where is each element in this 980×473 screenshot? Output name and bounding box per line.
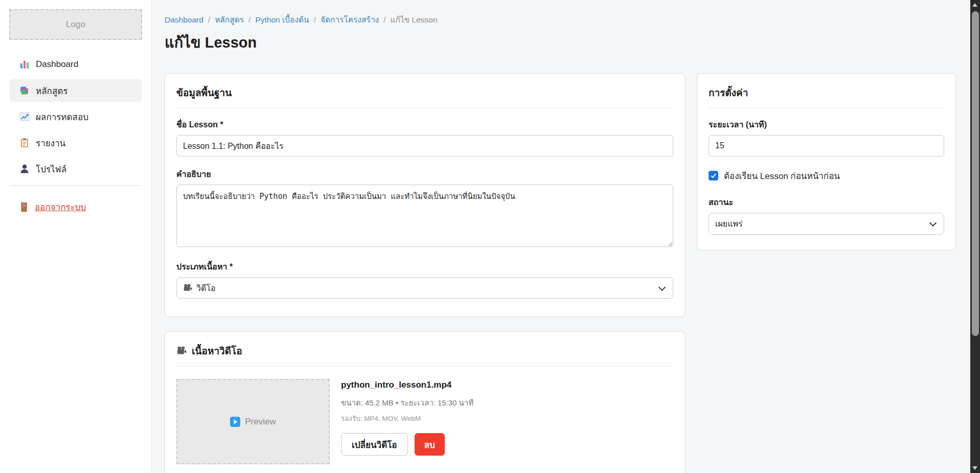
video-info: python_intro_lesson1.mp4 ขนาด: 45.2 MB •… [341,379,473,464]
logo: Logo [9,9,142,40]
sidebar-nav: Dashboard หลักสูตร ผลการทดสอบ รายงาน โปร… [0,53,151,180]
video-card-title: เนื้อหาวิดีโอ [192,343,242,358]
lesson-name-label: ชื่อ Lesson * [176,118,673,131]
breadcrumb-link-structure[interactable]: จัดการโครงสร้าง [321,13,379,26]
prerequisite-label: ต้องเรียน Lesson ก่อนหน้าก่อน [724,169,840,183]
chevron-down-icon [929,219,937,227]
basic-info-card: ข้อมูลพื้นฐาน ชื่อ Lesson * คำอธิบาย บทเ… [165,73,685,317]
clipboard-icon [19,138,30,148]
movie-camera-icon [176,346,187,356]
breadcrumb-link-courses[interactable]: หลักสูตร [215,13,244,26]
sidebar-item-label: รายงาน [36,136,65,150]
scrollbar-thumb[interactable] [972,11,979,336]
settings-title: การตั้งค่า [709,85,944,100]
video-row: Preview python_intro_lesson1.mp4 ขนาด: 4… [176,379,673,464]
play-icon [230,417,240,427]
description-textarea[interactable]: บทเรียนนี้จะอธิบายว่า Python คืออะไร ประ… [176,185,673,247]
sidebar-item-dashboard[interactable]: Dashboard [9,53,142,76]
checkbox-checked-icon[interactable] [709,171,718,181]
person-icon [19,164,30,174]
movie-camera-icon [183,283,192,292]
video-file-name: python_intro_lesson1.mp4 [341,380,473,390]
video-content-card: เนื้อหาวิดีโอ Preview python_intro_lesso… [165,331,685,473]
breadcrumb: Dashboard / หลักสูตร / Python เบื้องต้น … [165,13,438,26]
video-preview-placeholder[interactable]: Preview [176,379,330,464]
sidebar: Logo Dashboard หลักสูตร ผลการทดสอบ รายงา… [0,0,152,473]
sidebar-divider [10,185,141,186]
duration-input[interactable] [709,135,944,156]
chevron-down-icon [658,284,666,291]
video-supported-formats: รองรับ: MP4, MOV, WebM [341,413,473,424]
scrollbar-up-arrow-icon[interactable] [972,3,977,7]
page-title: แก้ไข Lesson [165,31,257,54]
delete-video-button[interactable]: ลบ [415,433,445,456]
breadcrumb-link-dashboard[interactable]: Dashboard [165,15,203,25]
content-type-label: ประเภทเนื้อหา * [176,260,673,273]
books-icon [19,85,30,96]
sidebar-item-test-results[interactable]: ผลการทดสอบ [9,105,142,128]
breadcrumb-current: แก้ไข Lesson [391,13,438,26]
logo-label: Logo [66,19,85,30]
video-buttons: เปลี่ยนวิดีโอ ลบ [341,433,473,456]
preview-label: Preview [245,417,276,427]
card-divider [176,366,673,367]
card-divider [176,108,673,108]
main-content: Dashboard / หลักสูตร / Python เบื้องต้น … [152,0,970,473]
video-card-header: เนื้อหาวิดีโอ [176,343,673,358]
breadcrumb-link-course[interactable]: Python เบื้องต้น [255,13,309,26]
lesson-name-input[interactable] [176,135,673,156]
content-type-select[interactable]: วิดีโอ [176,277,673,299]
status-value: เผยแพร่ [715,217,743,230]
card-divider [709,108,944,108]
vertical-scrollbar[interactable] [970,0,980,473]
logout-link[interactable]: ออกจากระบบ [9,200,142,214]
basic-info-title: ข้อมูลพื้นฐาน [176,85,673,100]
sidebar-item-reports[interactable]: รายงาน [9,131,142,154]
bar-chart-icon [19,59,30,70]
change-video-button[interactable]: เปลี่ยนวิดีโอ [341,433,408,456]
sidebar-item-courses[interactable]: หลักสูตร [9,79,142,102]
prerequisite-checkbox-row[interactable]: ต้องเรียน Lesson ก่อนหน้าก่อน [709,169,944,183]
sidebar-item-profile[interactable]: โปรไฟล์ [9,157,142,180]
status-select[interactable]: เผยแพร่ [709,213,944,235]
breadcrumb-separator: / [383,15,385,25]
logout-label: ออกจากระบบ [35,200,86,214]
status-label: สถานะ [709,196,944,209]
video-file-meta: ขนาด: 45.2 MB • ระยะเวลา: 15:30 นาที [341,397,473,409]
breadcrumb-separator: / [208,15,210,25]
breadcrumb-separator: / [248,15,250,25]
description-label: คำอธิบาย [176,168,673,181]
content-type-value: วิดีโอ [196,282,216,295]
sidebar-item-label: Dashboard [36,59,78,70]
scrollbar-down-arrow-icon[interactable] [972,466,977,470]
door-icon [19,202,29,212]
sidebar-item-label: หลักสูตร [36,84,67,98]
chart-increasing-icon [19,111,30,122]
breadcrumb-separator: / [314,15,316,25]
sidebar-item-label: โปรไฟล์ [36,162,66,176]
settings-card: การตั้งค่า ระยะเวลา (นาที) ต้องเรียน Les… [697,73,956,251]
duration-label: ระยะเวลา (นาที) [709,118,944,131]
sidebar-item-label: ผลการทดสอบ [36,110,88,124]
